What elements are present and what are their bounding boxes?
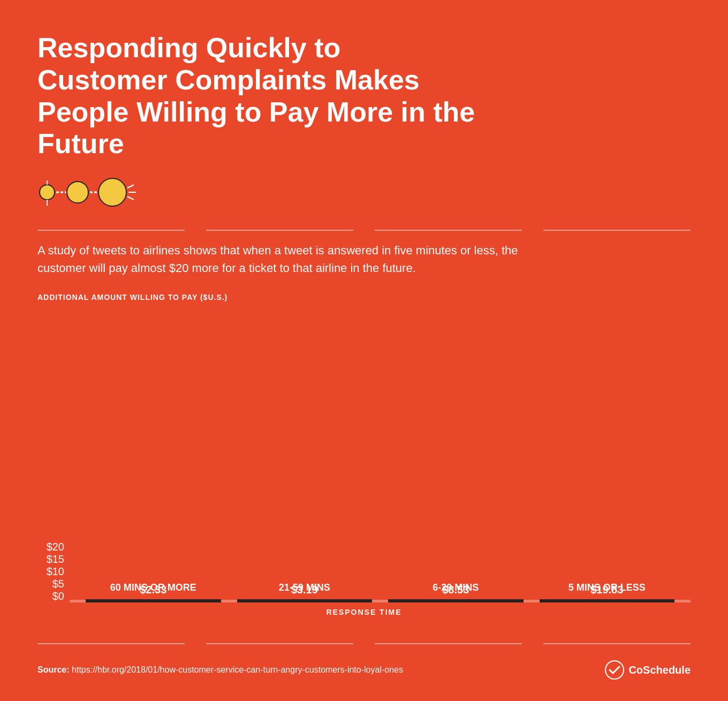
y-label-5: $5 — [37, 578, 64, 590]
svg-point-5 — [98, 178, 126, 206]
y-labels: $0 $5 $10 $15 $20 — [37, 541, 64, 602]
source-text: Source: https://hbr.org/2018/01/how-cust… — [37, 665, 403, 675]
bottom-sep-3 — [375, 643, 522, 644]
bottom-sep-4 — [543, 643, 691, 644]
y-label-0: $0 — [37, 590, 64, 602]
svg-point-10 — [605, 661, 624, 679]
decorative-icon — [37, 176, 155, 208]
icon-decoration — [37, 176, 691, 208]
svg-line-8 — [127, 197, 134, 200]
y-axis-label: ADDITIONAL AMOUNT WILLING TO PAY ($U.S.) — [37, 293, 691, 301]
bottom-section: Source: https://hbr.org/2018/01/how-cust… — [37, 643, 691, 680]
bottom-dividers — [37, 643, 691, 644]
x-label-3: 6-20 MINS — [388, 582, 524, 594]
logo-area: CoSchedule — [605, 660, 691, 680]
top-separator — [37, 224, 691, 231]
svg-point-3 — [67, 182, 88, 203]
sep-4 — [543, 230, 691, 231]
sep-2 — [206, 230, 353, 231]
source-url: https://hbr.org/2018/01/how-customer-ser… — [72, 665, 403, 674]
y-label-10: $10 — [37, 566, 64, 578]
coschedule-logo-icon — [605, 660, 624, 680]
sep-3 — [375, 230, 522, 231]
source-label: Source: — [37, 665, 70, 674]
chart-area: $0 $5 $10 $15 $20 — [37, 307, 691, 602]
x-label-1: 60 MINS OR MORE — [86, 582, 221, 594]
x-label-2: 21-59 MINS — [237, 582, 373, 594]
page-container: Responding Quickly to Customer Complaint… — [0, 0, 728, 701]
bottom-sep-2 — [206, 643, 353, 644]
bottom-sep-1 — [37, 643, 185, 644]
svg-line-6 — [127, 185, 134, 188]
svg-point-0 — [40, 185, 55, 200]
sep-1 — [37, 230, 185, 231]
chart-section: ADDITIONAL AMOUNT WILLING TO PAY ($U.S.)… — [37, 293, 691, 627]
y-label-15: $15 — [37, 553, 64, 566]
page-title: Responding Quickly to Customer Complaint… — [37, 32, 476, 160]
footer-row: Source: https://hbr.org/2018/01/how-cust… — [37, 655, 691, 680]
y-label-20: $20 — [37, 541, 64, 553]
logo-text: CoSchedule — [628, 664, 691, 676]
x-labels-row: 60 MINS OR MORE 21-59 MINS 6-20 MINS 5 M… — [70, 573, 691, 602]
x-axis-label: RESPONSE TIME — [37, 608, 691, 616]
description-text: A study of tweets to airlines shows that… — [37, 242, 519, 277]
x-label-4: 5 MINS OR LESS — [540, 582, 675, 594]
